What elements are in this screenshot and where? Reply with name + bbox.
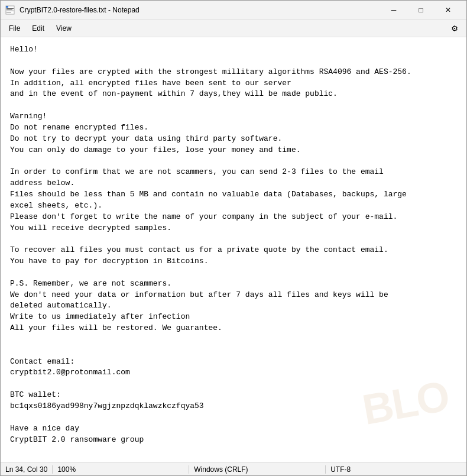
gear-icon[interactable]: ⚙: [447, 21, 462, 35]
document-text: Hello! Now your files are crypted with t…: [10, 44, 457, 445]
menu-view[interactable]: View: [50, 22, 77, 35]
window-title: CryptBIT2.0-restore-files.txt - Notepad: [20, 6, 380, 14]
menu-file[interactable]: File: [3, 22, 26, 35]
notepad-window: CryptBIT2.0-restore-files.txt - Notepad …: [0, 0, 467, 476]
svg-rect-2: [7, 9, 12, 10]
close-button[interactable]: ✕: [434, 1, 462, 20]
status-bar: Ln 34, Col 30 100% Windows (CRLF) UTF-8: [1, 462, 466, 475]
cursor-position: Ln 34, Col 30: [5, 465, 53, 474]
minimize-button[interactable]: ─: [380, 1, 407, 20]
maximize-button[interactable]: □: [407, 1, 434, 20]
app-icon: [5, 5, 15, 15]
title-bar: CryptBIT2.0-restore-files.txt - Notepad …: [1, 1, 466, 20]
svg-rect-1: [7, 8, 14, 9]
zoom-level: 100%: [53, 465, 189, 474]
svg-rect-5: [6, 6, 8, 8]
line-ending: Windows (CRLF): [189, 465, 326, 474]
text-editor[interactable]: BLO Hello! Now your files are crypted wi…: [1, 37, 466, 462]
settings-area: ⚙: [447, 21, 462, 35]
encoding: UTF-8: [326, 465, 462, 474]
menu-bar: File Edit View ⚙: [1, 20, 466, 37]
window-controls: ─ □ ✕: [380, 1, 462, 20]
menu-edit[interactable]: Edit: [26, 22, 50, 35]
svg-rect-3: [7, 11, 14, 11]
svg-rect-4: [7, 12, 11, 12]
